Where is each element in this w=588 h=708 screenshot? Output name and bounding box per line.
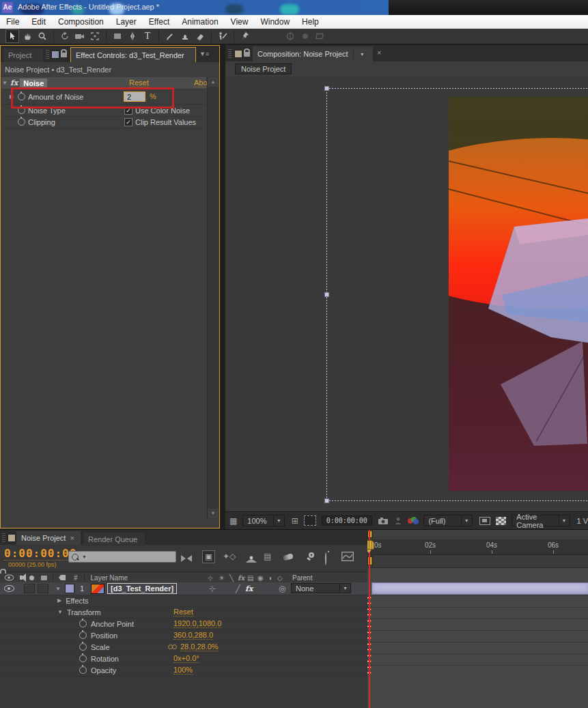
twirl-down-icon[interactable]: ▼ — [1, 80, 8, 86]
twirl-right-icon[interactable]: ▶ — [57, 597, 61, 604]
rotation-row[interactable]: Rotation 0x+0.0° — [0, 653, 367, 665]
brainstorm-icon[interactable] — [306, 552, 316, 564]
lock-column-icon[interactable] — [41, 576, 47, 580]
parent-dropdown[interactable]: None ▼ — [291, 583, 351, 593]
3d-layer-column-icon[interactable]: ◇ — [277, 574, 283, 582]
collapse-column-icon[interactable]: ⊹ — [208, 574, 213, 582]
effect-header-row[interactable]: ▼ fx Noise Reset About — [1, 77, 206, 89]
menu-help[interactable]: Help — [296, 16, 325, 29]
puppet-pin-tool[interactable] — [238, 29, 252, 43]
stopwatch-icon[interactable] — [18, 93, 25, 100]
panel-divider[interactable] — [220, 45, 225, 529]
anchor-point-value[interactable]: 1920.0,1080.0 — [173, 619, 221, 629]
fx-switch[interactable]: fx — [245, 584, 253, 593]
title-bar[interactable]: Ae Adobe After Effects - Untitled Projec… — [0, 0, 588, 15]
transform-group-row[interactable]: ▼ Transform Reset — [0, 606, 367, 619]
stopwatch-icon[interactable] — [79, 655, 87, 662]
menu-effect[interactable]: Effect — [143, 16, 176, 29]
type-tool[interactable]: T — [141, 29, 154, 43]
parent-pickwhip-icon[interactable]: ◎ — [279, 584, 285, 593]
fx-column-icon[interactable]: fx — [238, 574, 244, 582]
tab-render-queue[interactable]: Render Queue — [83, 533, 145, 546]
hide-shy-layers-icon[interactable] — [246, 553, 257, 565]
roto-brush-tool[interactable] — [216, 29, 229, 43]
effects-group-row[interactable]: ▶ Effects — [0, 595, 367, 607]
active-camera-dropdown[interactable]: Active Camera ▼ — [512, 515, 570, 526]
unlock-icon[interactable] — [244, 52, 250, 57]
position-value[interactable]: 360.0,288.0 — [173, 631, 213, 640]
use-color-noise-checkbox[interactable]: ✓ — [124, 107, 132, 115]
graph-editor-icon[interactable] — [341, 552, 354, 564]
opacity-value[interactable]: 100% — [173, 666, 193, 675]
eraser-tool[interactable] — [193, 29, 207, 43]
rotation-tool[interactable] — [58, 29, 72, 43]
rotation-value[interactable]: 0x+0.0° — [173, 654, 199, 664]
panel-grip[interactable] — [46, 49, 49, 59]
stopwatch-icon[interactable] — [79, 620, 87, 627]
time-ruler[interactable]: 0s 02s 04s 06s — [367, 539, 588, 555]
layer-visibility-icon[interactable] — [4, 585, 14, 592]
layer-duration-bar[interactable] — [372, 582, 588, 595]
tab-timeline-noise-project[interactable]: Noise Project × — [16, 531, 81, 545]
pan-behind-tool[interactable] — [88, 29, 102, 43]
show-channels-icon[interactable] — [408, 517, 419, 525]
composition-viewer[interactable] — [225, 76, 588, 512]
menu-animation[interactable]: Animation — [176, 16, 224, 29]
menu-edit[interactable]: Edit — [25, 16, 52, 29]
tab-close-icon[interactable]: × — [377, 49, 381, 56]
audio-column-icon[interactable] — [20, 576, 23, 580]
camera-track-tool-disabled[interactable] — [298, 29, 312, 43]
tab-project[interactable]: Project — [3, 48, 43, 62]
twirl-down-icon[interactable]: ▼ — [57, 609, 63, 615]
quality-switch[interactable]: ╱ — [236, 584, 240, 593]
menu-view[interactable]: View — [225, 16, 255, 29]
effects-column-icon[interactable]: ◑ — [268, 574, 272, 582]
effect-reset-link[interactable]: Reset — [129, 79, 149, 88]
motion-blur-icon[interactable] — [283, 552, 295, 565]
auto-keyframe-icon[interactable] — [325, 552, 326, 565]
current-time-indicator-head[interactable] — [367, 540, 374, 550]
view-layout-dropdown[interactable]: 1 V — [577, 517, 588, 525]
show-snapshot-icon[interactable] — [394, 517, 402, 525]
layer-expand-icon[interactable]: ▼ — [55, 586, 61, 592]
effect-name[interactable]: Noise — [20, 79, 47, 88]
audio-toggle-box[interactable] — [24, 584, 35, 593]
selection-handle[interactable] — [324, 292, 329, 297]
stopwatch-icon[interactable] — [79, 632, 87, 639]
clip-result-values-checkbox[interactable]: ✓ — [124, 118, 132, 126]
effect-controls-scrollbar[interactable]: ▲ ▼ — [207, 77, 219, 518]
tab-close-icon[interactable]: × — [70, 535, 74, 541]
selection-handle[interactable] — [324, 498, 329, 503]
panel-group-icon[interactable] — [8, 534, 16, 542]
timeline-timecode[interactable]: 0:00:00:00 — [4, 547, 76, 561]
target-region-icon[interactable] — [479, 517, 490, 525]
zoom-tool[interactable] — [36, 29, 49, 43]
pen-tool[interactable] — [126, 29, 139, 43]
navigator-strip[interactable] — [367, 555, 588, 568]
clone-stamp-tool[interactable] — [178, 29, 192, 43]
layer-name[interactable]: [d3_Test_Render] — [107, 583, 177, 594]
search-field[interactable]: ▼ — [68, 551, 176, 563]
transform-reset-link[interactable]: Reset — [173, 608, 193, 617]
always-preview-icon[interactable]: ▦ — [229, 516, 237, 526]
stopwatch-icon[interactable] — [79, 643, 87, 651]
lock-icon[interactable] — [61, 53, 67, 57]
anchor-point-row[interactable]: Anchor Point 1920.0,1080.0 — [0, 618, 367, 630]
scale-row[interactable]: Scale 28.0,28.0% — [0, 641, 367, 653]
3d-draft-column-icon[interactable]: ╲ — [229, 574, 234, 582]
comp-flowchart-button[interactable]: Noise Project — [235, 63, 292, 74]
comp-mini-flowchart-icon[interactable] — [180, 553, 193, 561]
live-update-icon[interactable]: ▣ — [202, 550, 215, 563]
comp-timecode[interactable]: 0:00:00:00 — [322, 515, 372, 526]
layer-row[interactable]: ▼ 1 [d3_Test_Render] ⊹ ╱ fx ◎ None ▼ — [0, 582, 367, 595]
camera-dolly-tool-disabled[interactable] — [313, 29, 327, 43]
stopwatch-icon[interactable] — [18, 118, 25, 126]
menu-composition[interactable]: Composition — [52, 16, 110, 29]
scroll-down-icon[interactable]: ▼ — [208, 509, 219, 518]
resolution-dropdown[interactable]: (Full) ▼ — [423, 515, 472, 526]
hand-tool[interactable] — [20, 29, 34, 43]
scroll-up-icon[interactable]: ▲ — [208, 77, 219, 87]
menu-window[interactable]: Window — [254, 16, 296, 29]
tab-composition[interactable]: Composition: Noise Project ▼ — [253, 46, 373, 61]
effect-about-link[interactable]: About — [194, 79, 207, 88]
